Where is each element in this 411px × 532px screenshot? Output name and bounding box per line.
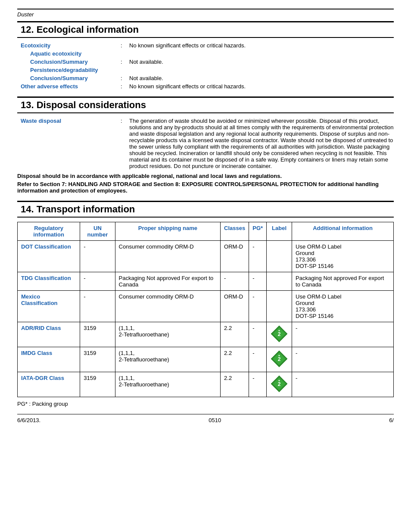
packing-note: PG* : Packing group xyxy=(17,401,394,407)
hazmat-diamond-icon: 2 ✦ xyxy=(270,375,288,393)
transport-pg: - xyxy=(249,372,267,397)
transport-un: - xyxy=(80,291,115,322)
transport-regulatory: DOT Classification xyxy=(18,241,80,272)
svg-text:2: 2 xyxy=(278,331,281,337)
svg-text:2: 2 xyxy=(278,381,281,387)
th-additional: Additional information xyxy=(292,222,394,241)
ecotoxicity-row: Ecotoxicity : No known significant effec… xyxy=(17,42,394,49)
conclusion-summary-value-2: Not available. xyxy=(129,75,394,81)
waste-disposal-row: Waste disposal : The generation of waste… xyxy=(17,118,394,169)
section-14-title: 14. Transport information xyxy=(17,201,394,218)
transport-label xyxy=(267,291,292,322)
transport-pg: - xyxy=(249,347,267,372)
th-proper-shipping: Proper shipping name xyxy=(115,222,221,241)
transport-un: 3159 xyxy=(80,322,115,347)
disposal-note: Disposal should be in accordance with ap… xyxy=(17,173,394,179)
hazmat-diamond-icon: 2 ✦ xyxy=(270,325,288,343)
transport-label: 2 ✦ xyxy=(267,347,292,372)
transport-classes: ORM-D xyxy=(221,241,249,272)
ecotoxicity-colon: : xyxy=(121,42,129,49)
transport-pg: - xyxy=(249,291,267,322)
th-classes: Classes xyxy=(221,222,249,241)
transport-shipping-name: Consumer commodity ORM-D xyxy=(115,291,221,322)
transport-header-row: Regulatory information UN number Proper … xyxy=(18,222,394,241)
th-regulatory: Regulatory information xyxy=(18,222,80,241)
section-13: 13. Disposal considerations Waste dispos… xyxy=(17,96,394,194)
conclusion-colon-1: : xyxy=(121,59,129,65)
ecotoxicity-label: Ecotoxicity xyxy=(17,42,121,49)
th-pg: PG* xyxy=(249,222,267,241)
aquatic-ecotoxicity-row: Aquatic ecotoxicity xyxy=(17,50,394,57)
transport-classes: 2.2 xyxy=(221,322,249,347)
waste-disposal-value: The generation of waste should be avoide… xyxy=(129,118,394,169)
transport-shipping-name: (1,1,1, 2-Tetrafluoroethane) xyxy=(115,372,221,397)
waste-disposal-label: Waste disposal xyxy=(17,118,121,124)
conclusion-colon-2: : xyxy=(121,75,129,81)
conclusion-summary-row-2: Conclusion/Summary : Not available. xyxy=(17,75,394,81)
footer-page: 6/ xyxy=(389,417,394,423)
transport-additional: Use ORM-D Label Ground 173.306 DOT-SP 15… xyxy=(292,291,394,322)
transport-regulatory: ADR/RID Class xyxy=(18,322,80,347)
disposal-refer: Refer to Section 7: HANDLING AND STORAGE… xyxy=(17,181,394,194)
transport-shipping-name: Packaging Not approved For export to Can… xyxy=(115,272,221,291)
aquatic-ecotoxicity-label: Aquatic ecotoxicity xyxy=(17,50,121,57)
footer-code: 0510 xyxy=(209,417,221,423)
other-adverse-colon: : xyxy=(121,83,129,90)
transport-row: ADR/RID Class3159(1,1,1, 2-Tetrafluoroet… xyxy=(18,322,394,347)
transport-additional: - xyxy=(292,347,394,372)
transport-un: - xyxy=(80,241,115,272)
transport-regulatory: TDG Classification xyxy=(18,272,80,291)
document-header: Duster xyxy=(17,9,394,19)
transport-row: IATA-DGR Class3159(1,1,1, 2-Tetrafluoroe… xyxy=(18,372,394,397)
ecotoxicity-value: No known significant effects or critical… xyxy=(129,42,394,49)
transport-pg: - xyxy=(249,241,267,272)
transport-additional: Use ORM-D Label Ground 173.306 DOT-SP 15… xyxy=(292,241,394,272)
transport-additional: - xyxy=(292,322,394,347)
section-12: 12. Ecological information Ecotoxicity :… xyxy=(17,21,394,90)
transport-row: IMDG Class3159(1,1,1, 2-Tetrafluoroethan… xyxy=(18,347,394,372)
transport-shipping-name: (1,1,1, 2-Tetrafluoroethane) xyxy=(115,322,221,347)
hazmat-diamond-icon: 2 ✦ xyxy=(270,350,288,368)
svg-text:✦: ✦ xyxy=(278,329,280,332)
svg-text:2: 2 xyxy=(278,356,281,362)
section-12-title: 12. Ecological information xyxy=(17,21,394,38)
other-adverse-row: Other adverse effects : No known signifi… xyxy=(17,83,394,90)
conclusion-summary-label-2: Conclusion/Summary xyxy=(17,75,121,81)
th-label: Label xyxy=(267,222,292,241)
transport-pg: - xyxy=(249,322,267,347)
transport-shipping-name: (1,1,1, 2-Tetrafluoroethane) xyxy=(115,347,221,372)
transport-shipping-name: Consumer commodity ORM-D xyxy=(115,241,221,272)
conclusion-summary-row-1: Conclusion/Summary : Not available. xyxy=(17,59,394,65)
transport-un: - xyxy=(80,272,115,291)
conclusion-summary-label-1: Conclusion/Summary xyxy=(17,59,121,65)
footer-date: 6/6/2013. xyxy=(17,417,40,423)
transport-label: 2 ✦ xyxy=(267,322,292,347)
other-adverse-value: No known significant effects or critical… xyxy=(129,83,394,90)
transport-row: Mexico Classification-Consumer commodity… xyxy=(18,291,394,322)
transport-table: Regulatory information UN number Proper … xyxy=(17,222,394,397)
transport-additional: Packaging Not approved For export to Can… xyxy=(292,272,394,291)
transport-pg: - xyxy=(249,272,267,291)
transport-additional: - xyxy=(292,372,394,397)
transport-classes: ORM-D xyxy=(221,291,249,322)
transport-label xyxy=(267,241,292,272)
svg-text:✦: ✦ xyxy=(278,379,280,382)
transport-label xyxy=(267,272,292,291)
transport-classes: 2.2 xyxy=(221,347,249,372)
waste-disposal-colon: : xyxy=(121,118,129,124)
transport-regulatory: IATA-DGR Class xyxy=(18,372,80,397)
transport-classes: - xyxy=(221,272,249,291)
transport-un: 3159 xyxy=(80,372,115,397)
svg-text:✦: ✦ xyxy=(278,354,280,357)
transport-label: 2 ✦ xyxy=(267,372,292,397)
section-13-title: 13. Disposal considerations xyxy=(17,96,394,113)
section-14: 14. Transport information Regulatory inf… xyxy=(17,201,394,407)
th-un-number: UN number xyxy=(80,222,115,241)
transport-row: TDG Classification-Packaging Not approve… xyxy=(18,272,394,291)
persistence-row: Persistence/degradability xyxy=(17,67,394,73)
transport-classes: 2.2 xyxy=(221,372,249,397)
transport-row: DOT Classification-Consumer commodity OR… xyxy=(18,241,394,272)
transport-regulatory: IMDG Class xyxy=(18,347,80,372)
persistence-label: Persistence/degradability xyxy=(17,67,121,73)
other-adverse-label: Other adverse effects xyxy=(17,83,121,90)
